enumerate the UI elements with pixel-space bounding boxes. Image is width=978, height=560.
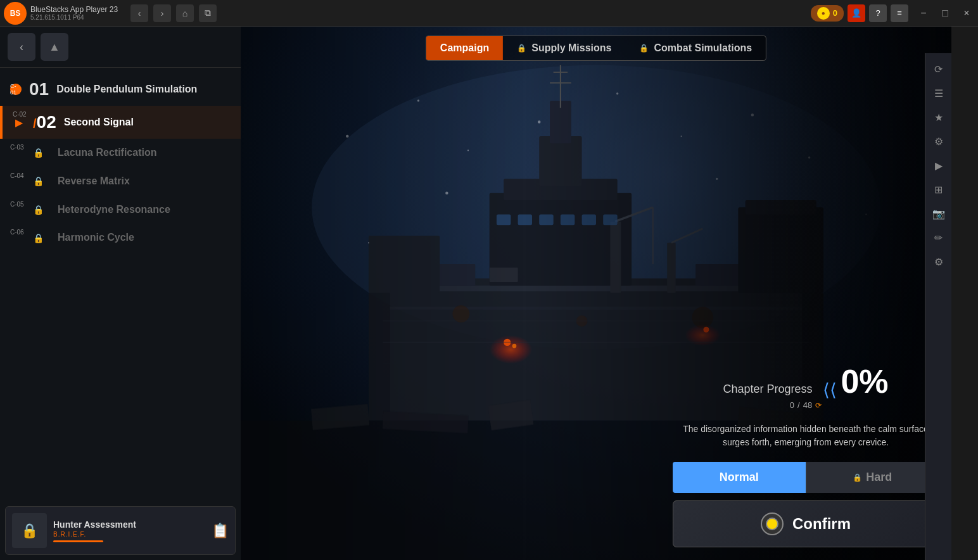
progress-current: 0: [790, 400, 794, 410]
game-tabs: Campaign 🔒 Supply Missions 🔒 Combat Simu…: [426, 35, 766, 61]
sidebar-btn-2[interactable]: ★: [928, 106, 949, 128]
progress-divider: ⟨⟨: [823, 380, 837, 400]
chapter-06-lock-icon: 🔒: [33, 233, 44, 243]
chapter-02-code: C-02: [13, 111, 27, 118]
chapter-item-06[interactable]: C-06 🔒 Harmonic Cycle: [0, 224, 241, 252]
titlebar-right: ● 0 👤 ? ≡: [811, 4, 908, 22]
sidebar-btn-3[interactable]: ⚙: [928, 130, 949, 152]
difficulty-row: Normal 🔒 Hard: [673, 462, 939, 493]
chapter-01-number: 01: [29, 80, 49, 98]
chapter-01-badge: 01: [29, 80, 49, 98]
chapter-02-title: Second Signal: [64, 116, 134, 129]
flavor-text: The disorganized information hidden bene…: [673, 423, 939, 449]
chapter-02-number: /02: [33, 113, 56, 131]
progress-total: 48: [803, 400, 812, 410]
tab-campaign-label: Campaign: [440, 42, 489, 54]
right-sidebar: ⟳ ☰ ★ ⚙ ▶ ⊞ 📷 ✏ ⚙ D: [925, 53, 951, 560]
back-nav-btn[interactable]: ‹: [130, 4, 148, 22]
minimize-btn[interactable]: −: [915, 4, 932, 22]
chapter-progress-pct: 0%: [841, 362, 888, 400]
tab-combat[interactable]: 🔒 Combat Simulations: [625, 36, 766, 60]
hunter-card-sub: B.R.I.E.F.: [53, 531, 136, 538]
sidebar-btn-8[interactable]: ⚙: [928, 251, 949, 272]
chapter-list: C-01 01 Double Pendulum Simulation ▶ C-0…: [0, 68, 241, 501]
difficulty-hard-btn[interactable]: 🔒 Hard: [806, 462, 939, 493]
chapter-06-title: Harmonic Cycle: [51, 231, 134, 245]
tab-combat-label: Combat Simulations: [654, 42, 752, 54]
sidebar-btn-4[interactable]: ▶: [928, 155, 949, 176]
coin-count: 0: [833, 8, 837, 18]
chapter-progress-label: Chapter Progress: [723, 383, 812, 396]
confirm-label: Confirm: [792, 515, 851, 533]
difficulty-hard-label: Hard: [866, 471, 892, 484]
chapter-01-title: Double Pendulum Simulation: [56, 83, 197, 96]
chapter-05-lock-icon: 🔒: [33, 205, 44, 215]
tab-supply-label: Supply Missions: [531, 42, 611, 54]
refresh-icon: ⟳: [815, 401, 822, 410]
chapter-item-03[interactable]: C-03 🔒 Lacuna Rectification: [0, 139, 241, 167]
chapter-03-lock-icon: 🔒: [33, 148, 44, 158]
chapter-02-badge: /02: [33, 113, 56, 131]
titlebar: BS BlueStacks App Player 23 5.21.615.101…: [0, 0, 978, 27]
difficulty-normal-btn[interactable]: Normal: [673, 462, 806, 493]
sidebar-btn-5[interactable]: ⊞: [928, 179, 949, 200]
menu-btn[interactable]: ≡: [891, 4, 908, 22]
multi-nav-btn[interactable]: ⧉: [199, 4, 217, 22]
confirm-icon: [761, 512, 784, 535]
maximize-btn[interactable]: □: [936, 4, 954, 22]
chapter-item-04[interactable]: C-04 🔒 Reverse Matrix: [0, 167, 241, 196]
panel-back-btn[interactable]: ‹: [8, 33, 35, 61]
main-area: ‹ ▲ C-01 01 Double Pendulum Simulation ▶…: [0, 27, 951, 560]
panel-drive-btn[interactable]: ▲: [41, 33, 68, 61]
confirm-inner-icon: [766, 518, 778, 530]
hunter-card-icon: 🔒: [12, 513, 47, 548]
hunter-card-doc-icon: 📋: [212, 523, 229, 539]
forward-nav-btn[interactable]: ›: [153, 4, 171, 22]
coin-badge: ● 0: [811, 5, 844, 22]
left-panel: ‹ ▲ C-01 01 Double Pendulum Simulation ▶…: [0, 27, 241, 560]
confirm-button[interactable]: Confirm: [673, 500, 939, 547]
difficulty-normal-label: Normal: [720, 471, 759, 484]
chapter-03-title: Lacuna Rectification: [51, 146, 156, 160]
chapter-05-title: Heterodyne Resonance: [51, 203, 170, 217]
window-controls: − □ ×: [915, 4, 975, 22]
tab-supply[interactable]: 🔒 Supply Missions: [503, 36, 625, 60]
sidebar-btn-1[interactable]: ☰: [928, 82, 949, 104]
chapter-progress-section: Chapter Progress ⟨⟨ 0% 0 / 48 ⟳: [673, 362, 939, 410]
coin-icon: ●: [817, 7, 830, 20]
hunter-card-progress: [53, 540, 103, 542]
home-nav-btn[interactable]: ⌂: [176, 4, 194, 22]
tab-campaign[interactable]: Campaign: [426, 36, 503, 60]
chapter-item-02[interactable]: ▶ C-02 /02 Second Signal: [0, 106, 241, 139]
panel-nav: ‹ ▲: [0, 27, 241, 68]
chapter-04-code: C-04: [10, 172, 24, 179]
tab-supply-lock-icon: 🔒: [517, 44, 526, 53]
sidebar-btn-6[interactable]: 📷: [928, 203, 949, 224]
chapter-01-icon: C-01: [10, 84, 22, 95]
chapter-item-05[interactable]: C-05 🔒 Heterodyne Resonance: [0, 196, 241, 224]
chapter-02-arrow: ▶: [13, 116, 25, 129]
hunter-card-info: Hunter Assessment B.R.I.E.F.: [53, 519, 136, 542]
help-btn[interactable]: ?: [869, 4, 887, 22]
chapter-03-code: C-03: [10, 144, 24, 151]
app-name: BlueStacks App Player 23 5.21.615.1011 P…: [30, 5, 118, 21]
chapter-04-title: Reverse Matrix: [51, 175, 130, 188]
game-panel: Campaign 🔒 Supply Missions 🔒 Combat Simu…: [241, 27, 951, 560]
profile-btn[interactable]: 👤: [848, 4, 865, 22]
titlebar-nav: ‹ › ⌂ ⧉: [130, 4, 217, 22]
hard-lock-icon: 🔒: [853, 473, 862, 482]
progress-count: 0 / 48 ⟳: [673, 400, 939, 410]
app-logo: BS: [4, 2, 27, 25]
chapter-04-lock-icon: 🔒: [33, 176, 44, 186]
chapter-item-01[interactable]: C-01 01 Double Pendulum Simulation: [0, 73, 241, 106]
bottom-overlay: Chapter Progress ⟨⟨ 0% 0 / 48 ⟳ The diso…: [673, 362, 939, 547]
close-btn[interactable]: ×: [958, 4, 975, 22]
hunter-assessment-card[interactable]: 🔒 Hunter Assessment B.R.I.E.F. 📋: [5, 506, 236, 555]
progress-slash: /: [797, 400, 800, 410]
chapter-05-code: C-05: [10, 201, 24, 208]
sidebar-btn-0[interactable]: ⟳: [928, 58, 949, 80]
hunter-card-title: Hunter Assessment: [53, 519, 136, 530]
tab-combat-lock-icon: 🔒: [639, 44, 649, 53]
chapter-06-code: C-06: [10, 229, 24, 236]
sidebar-btn-7[interactable]: ✏: [928, 227, 949, 248]
